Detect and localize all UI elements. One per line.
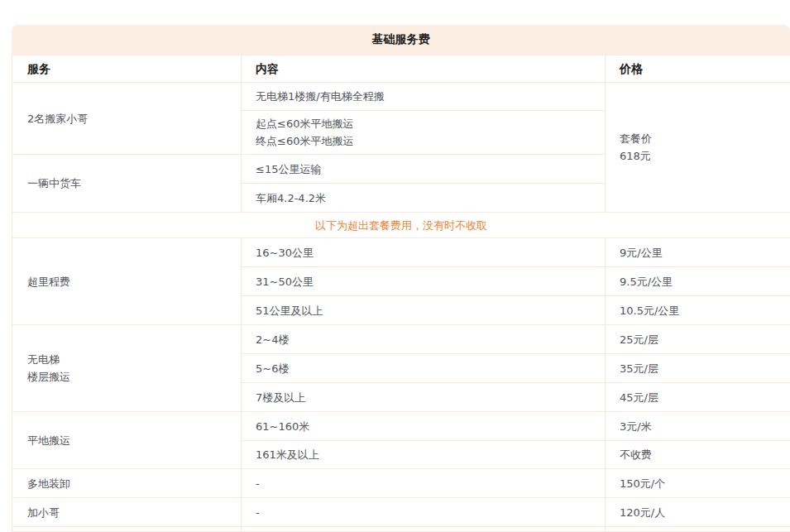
price-cell: 不收费 bbox=[606, 441, 790, 469]
empty-cell bbox=[12, 527, 242, 532]
price-table: 服务 内容 价格 2名搬家小哥 无电梯1楼搬/有电梯全程搬 套餐价 618元 起… bbox=[12, 55, 790, 532]
content-cell: 2~4楼 bbox=[242, 325, 606, 354]
content-cell: 7楼及以上 bbox=[242, 383, 606, 412]
service-cell-truck: 一辆中货车 bbox=[12, 155, 242, 213]
content-cell: 16~30公里 bbox=[242, 238, 606, 267]
service-cell-flat-ground: 平地搬运 bbox=[12, 412, 242, 469]
table-row: 超里程费 16~30公里 9元/公里 bbox=[12, 238, 790, 267]
table-row-partial bbox=[12, 527, 790, 532]
table-row: 平地搬运 61~160米 3元/米 bbox=[12, 412, 790, 441]
content-cell: 51公里及以上 bbox=[242, 296, 606, 325]
column-header-price: 价格 bbox=[606, 55, 790, 83]
surcharge-notice: 以下为超出套餐费用，没有时不收取 bbox=[12, 213, 790, 238]
content-cell: 61~160米 bbox=[242, 412, 606, 441]
column-header-content: 内容 bbox=[242, 55, 606, 83]
service-cell-movers: 2名搬家小哥 bbox=[12, 83, 242, 155]
table-header-row: 服务 内容 价格 bbox=[12, 55, 790, 83]
empty-cell bbox=[606, 527, 790, 532]
service-cell-multi-stop: 多地装卸 bbox=[12, 469, 242, 498]
price-cell: 25元/层 bbox=[606, 325, 790, 354]
notice-row: 以下为超出套餐费用，没有时不收取 bbox=[12, 213, 790, 238]
content-cell: 起点≤60米平地搬运 终点≤60米平地搬运 bbox=[242, 111, 606, 155]
content-cell: 车厢4.2-4.2米 bbox=[242, 184, 606, 213]
table-row: 无电梯 楼层搬运 2~4楼 25元/层 bbox=[12, 325, 790, 354]
column-header-service: 服务 bbox=[12, 55, 242, 83]
price-cell: 9元/公里 bbox=[606, 238, 790, 267]
table-row: 加小哥 - 120元/人 bbox=[12, 498, 790, 527]
price-cell: 3元/米 bbox=[606, 412, 790, 441]
price-cell: 9.5元/公里 bbox=[606, 267, 790, 296]
table-row: 多地装卸 - 150元/个 bbox=[12, 469, 790, 498]
service-cell-over-mileage: 超里程费 bbox=[12, 238, 242, 325]
base-service-fee-card: 基础服务费 服务 内容 价格 2名搬家小哥 无电梯1楼搬/有电梯全程搬 套餐价 … bbox=[12, 25, 790, 532]
content-cell: - bbox=[242, 469, 606, 498]
service-cell-extra-mover: 加小哥 bbox=[12, 498, 242, 527]
price-cell: 35元/层 bbox=[606, 354, 790, 383]
table-row: 2名搬家小哥 无电梯1楼搬/有电梯全程搬 套餐价 618元 bbox=[12, 83, 790, 111]
content-cell: - bbox=[242, 498, 606, 527]
content-cell: 5~6楼 bbox=[242, 354, 606, 383]
content-cell: 31~50公里 bbox=[242, 267, 606, 296]
content-cell: 161米及以上 bbox=[242, 441, 606, 469]
price-cell: 150元/个 bbox=[606, 469, 790, 498]
content-cell: 无电梯1楼搬/有电梯全程搬 bbox=[242, 83, 606, 111]
empty-cell bbox=[242, 527, 606, 532]
page-title: 基础服务费 bbox=[12, 25, 790, 55]
price-cell: 45元/层 bbox=[606, 383, 790, 412]
price-cell: 10.5元/公里 bbox=[606, 296, 790, 325]
service-cell-no-elevator: 无电梯 楼层搬运 bbox=[12, 325, 242, 412]
price-cell-package: 套餐价 618元 bbox=[606, 83, 790, 213]
content-cell: ≤15公里运输 bbox=[242, 155, 606, 184]
price-cell: 120元/人 bbox=[606, 498, 790, 527]
